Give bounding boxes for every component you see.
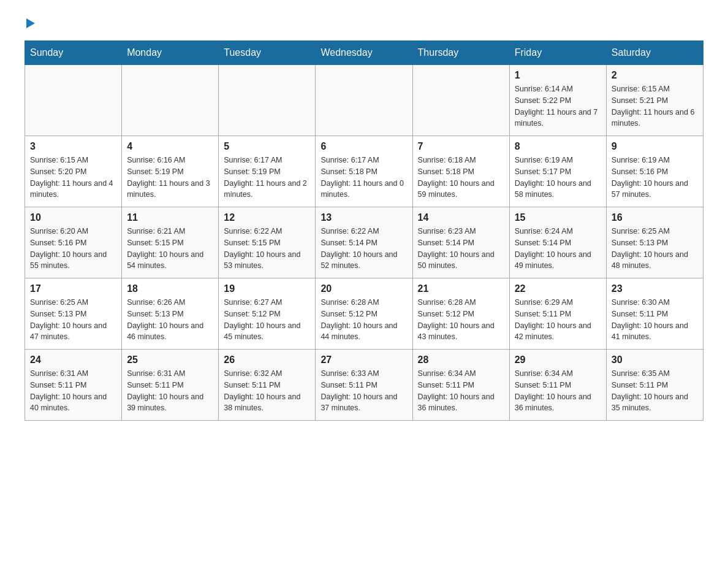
- day-number: 23: [612, 283, 698, 294]
- weekday-header-friday: Friday: [509, 41, 606, 65]
- day-number: 1: [515, 70, 601, 81]
- day-info: Sunrise: 6:28 AMSunset: 5:12 PMDaylight:…: [418, 297, 504, 343]
- calendar-cell: [219, 65, 316, 136]
- day-number: 8: [515, 141, 601, 152]
- day-number: 11: [127, 212, 213, 223]
- day-number: 28: [418, 354, 504, 366]
- day-number: 17: [30, 283, 116, 294]
- day-number: 18: [127, 283, 213, 294]
- calendar-cell: 12Sunrise: 6:22 AMSunset: 5:15 PMDayligh…: [219, 207, 316, 278]
- day-number: 6: [320, 141, 407, 152]
- day-info: Sunrise: 6:29 AMSunset: 5:11 PMDaylight:…: [515, 297, 601, 343]
- calendar-cell: 14Sunrise: 6:23 AMSunset: 5:14 PMDayligh…: [412, 207, 509, 278]
- day-info: Sunrise: 6:14 AMSunset: 5:22 PMDaylight:…: [515, 83, 601, 129]
- day-info: Sunrise: 6:31 AMSunset: 5:11 PMDaylight:…: [30, 368, 116, 414]
- day-info: Sunrise: 6:27 AMSunset: 5:12 PMDaylight:…: [224, 297, 310, 343]
- calendar-cell: 23Sunrise: 6:30 AMSunset: 5:11 PMDayligh…: [606, 278, 703, 350]
- day-info: Sunrise: 6:15 AMSunset: 5:21 PMDaylight:…: [612, 83, 698, 129]
- calendar-cell: 15Sunrise: 6:24 AMSunset: 5:14 PMDayligh…: [509, 207, 606, 278]
- calendar-cell: 18Sunrise: 6:26 AMSunset: 5:13 PMDayligh…: [122, 278, 219, 350]
- day-number: 26: [224, 354, 310, 366]
- weekday-header-row: SundayMondayTuesdayWednesdayThursdayFrid…: [25, 41, 703, 65]
- calendar-cell: 6Sunrise: 6:17 AMSunset: 5:18 PMDaylight…: [316, 136, 412, 207]
- day-info: Sunrise: 6:34 AMSunset: 5:11 PMDaylight:…: [418, 368, 504, 414]
- weekday-header-tuesday: Tuesday: [219, 41, 316, 65]
- calendar-cell: [122, 65, 219, 136]
- day-number: 30: [612, 354, 698, 366]
- day-info: Sunrise: 6:25 AMSunset: 5:13 PMDaylight:…: [30, 297, 116, 343]
- calendar-cell: 11Sunrise: 6:21 AMSunset: 5:15 PMDayligh…: [122, 207, 219, 278]
- calendar-cell: 30Sunrise: 6:35 AMSunset: 5:11 PMDayligh…: [606, 350, 703, 421]
- calendar-table: SundayMondayTuesdayWednesdayThursdayFrid…: [25, 40, 703, 421]
- weekday-header-thursday: Thursday: [412, 41, 509, 65]
- day-number: 7: [418, 141, 504, 152]
- day-info: Sunrise: 6:32 AMSunset: 5:11 PMDaylight:…: [224, 368, 310, 414]
- weekday-header-monday: Monday: [122, 41, 219, 65]
- logo-flag-icon: [26, 18, 35, 28]
- calendar-cell: 19Sunrise: 6:27 AMSunset: 5:12 PMDayligh…: [219, 278, 316, 350]
- day-number: 21: [418, 283, 504, 294]
- day-info: Sunrise: 6:31 AMSunset: 5:11 PMDaylight:…: [127, 368, 213, 414]
- day-number: 5: [224, 141, 310, 152]
- day-number: 29: [515, 354, 601, 366]
- day-number: 22: [515, 283, 601, 294]
- header: [25, 18, 703, 28]
- day-info: Sunrise: 6:25 AMSunset: 5:13 PMDaylight:…: [612, 226, 698, 272]
- logo: [25, 18, 35, 28]
- day-info: Sunrise: 6:28 AMSunset: 5:12 PMDaylight:…: [320, 297, 407, 343]
- day-number: 24: [30, 354, 116, 366]
- day-number: 13: [320, 212, 407, 223]
- day-info: Sunrise: 6:22 AMSunset: 5:15 PMDaylight:…: [224, 226, 310, 272]
- day-info: Sunrise: 6:26 AMSunset: 5:13 PMDaylight:…: [127, 297, 213, 343]
- day-info: Sunrise: 6:20 AMSunset: 5:16 PMDaylight:…: [30, 226, 116, 272]
- week-row-0: 1Sunrise: 6:14 AMSunset: 5:22 PMDaylight…: [25, 65, 703, 136]
- day-number: 16: [612, 212, 698, 223]
- calendar-cell: 9Sunrise: 6:19 AMSunset: 5:16 PMDaylight…: [606, 136, 703, 207]
- day-info: Sunrise: 6:23 AMSunset: 5:14 PMDaylight:…: [418, 226, 504, 272]
- day-info: Sunrise: 6:15 AMSunset: 5:20 PMDaylight:…: [30, 155, 116, 201]
- day-info: Sunrise: 6:30 AMSunset: 5:11 PMDaylight:…: [612, 297, 698, 343]
- day-info: Sunrise: 6:16 AMSunset: 5:19 PMDaylight:…: [127, 155, 213, 201]
- day-info: Sunrise: 6:35 AMSunset: 5:11 PMDaylight:…: [612, 368, 698, 414]
- calendar-cell: 2Sunrise: 6:15 AMSunset: 5:21 PMDaylight…: [606, 65, 703, 136]
- week-row-2: 10Sunrise: 6:20 AMSunset: 5:16 PMDayligh…: [25, 207, 703, 278]
- day-number: 27: [320, 354, 407, 366]
- calendar-cell: 1Sunrise: 6:14 AMSunset: 5:22 PMDaylight…: [509, 65, 606, 136]
- day-number: 15: [515, 212, 601, 223]
- day-number: 25: [127, 354, 213, 366]
- calendar-cell: 4Sunrise: 6:16 AMSunset: 5:19 PMDaylight…: [122, 136, 219, 207]
- day-number: 12: [224, 212, 310, 223]
- calendar-cell: 21Sunrise: 6:28 AMSunset: 5:12 PMDayligh…: [412, 278, 509, 350]
- week-row-1: 3Sunrise: 6:15 AMSunset: 5:20 PMDaylight…: [25, 136, 703, 207]
- day-number: 20: [320, 283, 407, 294]
- calendar-cell: 8Sunrise: 6:19 AMSunset: 5:17 PMDaylight…: [509, 136, 606, 207]
- day-number: 9: [612, 141, 698, 152]
- day-info: Sunrise: 6:17 AMSunset: 5:19 PMDaylight:…: [224, 155, 310, 201]
- calendar-cell: 29Sunrise: 6:34 AMSunset: 5:11 PMDayligh…: [509, 350, 606, 421]
- calendar-cell: 13Sunrise: 6:22 AMSunset: 5:14 PMDayligh…: [316, 207, 412, 278]
- day-number: 14: [418, 212, 504, 223]
- weekday-header-sunday: Sunday: [25, 41, 122, 65]
- week-row-4: 24Sunrise: 6:31 AMSunset: 5:11 PMDayligh…: [25, 350, 703, 421]
- day-info: Sunrise: 6:24 AMSunset: 5:14 PMDaylight:…: [515, 226, 601, 272]
- calendar-cell: 3Sunrise: 6:15 AMSunset: 5:20 PMDaylight…: [25, 136, 122, 207]
- calendar-cell: [412, 65, 509, 136]
- calendar-cell: 26Sunrise: 6:32 AMSunset: 5:11 PMDayligh…: [219, 350, 316, 421]
- calendar-cell: 5Sunrise: 6:17 AMSunset: 5:19 PMDaylight…: [219, 136, 316, 207]
- calendar-cell: 25Sunrise: 6:31 AMSunset: 5:11 PMDayligh…: [122, 350, 219, 421]
- calendar-cell: 20Sunrise: 6:28 AMSunset: 5:12 PMDayligh…: [316, 278, 412, 350]
- day-info: Sunrise: 6:17 AMSunset: 5:18 PMDaylight:…: [320, 155, 407, 201]
- day-info: Sunrise: 6:33 AMSunset: 5:11 PMDaylight:…: [320, 368, 407, 414]
- calendar-cell: 22Sunrise: 6:29 AMSunset: 5:11 PMDayligh…: [509, 278, 606, 350]
- weekday-header-saturday: Saturday: [606, 41, 703, 65]
- calendar-cell: 16Sunrise: 6:25 AMSunset: 5:13 PMDayligh…: [606, 207, 703, 278]
- calendar-cell: 17Sunrise: 6:25 AMSunset: 5:13 PMDayligh…: [25, 278, 122, 350]
- calendar-cell: 27Sunrise: 6:33 AMSunset: 5:11 PMDayligh…: [316, 350, 412, 421]
- day-number: 19: [224, 283, 310, 294]
- weekday-header-wednesday: Wednesday: [316, 41, 412, 65]
- calendar-cell: 7Sunrise: 6:18 AMSunset: 5:18 PMDaylight…: [412, 136, 509, 207]
- day-info: Sunrise: 6:19 AMSunset: 5:16 PMDaylight:…: [612, 155, 698, 201]
- week-row-3: 17Sunrise: 6:25 AMSunset: 5:13 PMDayligh…: [25, 278, 703, 350]
- day-number: 2: [612, 70, 698, 81]
- day-info: Sunrise: 6:18 AMSunset: 5:18 PMDaylight:…: [418, 155, 504, 201]
